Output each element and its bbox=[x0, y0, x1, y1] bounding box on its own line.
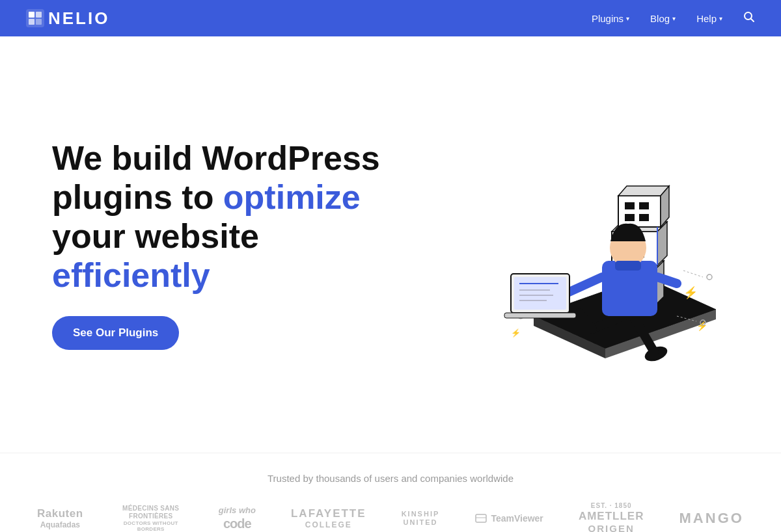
brand-mango: MANGO bbox=[679, 510, 744, 527]
brand-lafayette: LAFAYETTE COLLEGE bbox=[291, 507, 366, 530]
nav-help[interactable]: Help ▾ bbox=[696, 13, 722, 24]
brand-logos: Rakuten Aquafadas MÉDECINS SANS FRONTIÈR… bbox=[26, 502, 755, 532]
svg-rect-4 bbox=[36, 19, 42, 25]
svg-rect-2 bbox=[36, 12, 42, 18]
svg-line-39 bbox=[683, 271, 703, 277]
svg-line-52 bbox=[566, 277, 602, 293]
logo[interactable]: NELIO bbox=[26, 8, 109, 29]
brand-kinship: KINSHIP UNITED bbox=[402, 510, 440, 527]
svg-line-54 bbox=[657, 277, 677, 284]
svg-text:⚡: ⚡ bbox=[696, 321, 708, 332]
hero-title-line2: plugins to optimize bbox=[52, 178, 361, 216]
svg-text:⚡: ⚡ bbox=[511, 328, 521, 338]
svg-rect-56 bbox=[514, 277, 566, 310]
hero-illustration: ⚡ ⚡ ⚡ ⚡ bbox=[404, 121, 729, 368]
hero-section: We build WordPress plugins to optimize y… bbox=[0, 36, 781, 453]
svg-rect-27 bbox=[639, 202, 649, 209]
svg-rect-1 bbox=[29, 12, 34, 18]
logo-icon bbox=[26, 9, 44, 27]
nav-blog[interactable]: Blog ▾ bbox=[650, 13, 676, 24]
hero-text: We build WordPress plugins to optimize y… bbox=[52, 139, 380, 349]
svg-rect-62 bbox=[476, 514, 486, 522]
blog-chevron-icon: ▾ bbox=[672, 15, 676, 22]
navbar: NELIO Plugins ▾ Blog ▾ Help ▾ bbox=[0, 0, 781, 36]
svg-rect-29 bbox=[639, 214, 649, 221]
search-icon[interactable] bbox=[743, 11, 755, 26]
brand-rakuten: Rakuten Aquafadas bbox=[37, 507, 83, 530]
hero-title: We build WordPress plugins to optimize y… bbox=[52, 139, 380, 295]
svg-text:⚡: ⚡ bbox=[683, 286, 698, 300]
brand-ametller: EST. · 1850 AMETLLER ORIGEN bbox=[579, 502, 644, 532]
svg-rect-3 bbox=[29, 19, 34, 25]
brand-msf: MÉDECINS SANS FRONTIÈRES DOCTORS WITHOUT… bbox=[118, 505, 184, 532]
see-plugins-button[interactable]: See Our Plugins bbox=[52, 316, 179, 350]
svg-point-38 bbox=[707, 274, 712, 280]
brand-teamviewer: TeamViewer bbox=[474, 512, 543, 525]
svg-rect-28 bbox=[625, 214, 635, 221]
nav-plugins[interactable]: Plugins ▾ bbox=[592, 13, 629, 24]
svg-rect-51 bbox=[615, 261, 641, 271]
navbar-links: Plugins ▾ Blog ▾ Help ▾ bbox=[592, 11, 755, 26]
svg-rect-57 bbox=[504, 313, 576, 318]
plugins-chevron-icon: ▾ bbox=[626, 15, 629, 22]
brand-girls-who-code: girls who code bbox=[219, 505, 256, 531]
hero-svg: ⚡ ⚡ ⚡ ⚡ bbox=[404, 121, 729, 368]
logo-text: NELIO bbox=[48, 8, 109, 29]
svg-rect-25 bbox=[618, 196, 661, 227]
help-chevron-icon: ▾ bbox=[719, 15, 722, 22]
trusted-section: Trusted by thousands of users and compan… bbox=[0, 453, 781, 532]
teamviewer-icon bbox=[474, 512, 487, 525]
trusted-tagline: Trusted by thousands of users and compan… bbox=[26, 473, 755, 484]
svg-rect-26 bbox=[625, 202, 635, 209]
svg-line-6 bbox=[751, 18, 754, 21]
svg-rect-0 bbox=[26, 9, 44, 27]
